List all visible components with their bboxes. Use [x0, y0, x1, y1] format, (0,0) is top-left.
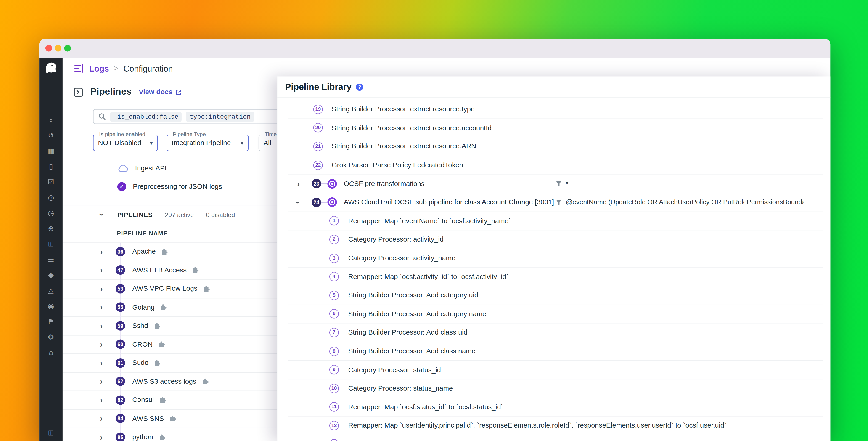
- breadcrumb-product[interactable]: Logs: [89, 63, 109, 73]
- home-icon[interactable]: ⌂: [39, 349, 63, 357]
- chevron-right-icon[interactable]: ›: [98, 322, 104, 330]
- pipeline-name: Apache: [132, 248, 156, 256]
- chevron-right-icon[interactable]: ›: [98, 247, 104, 256]
- pipeline-count-badge: 84: [116, 414, 125, 423]
- active-count: 297 active: [165, 211, 194, 218]
- monitors-icon[interactable]: ☑: [39, 178, 63, 186]
- processor-row[interactable]: 6 String Builder Processor: Add category…: [288, 305, 823, 323]
- pipeline-group-name: AWS CloudTrail OCSF sub pipeline for cla…: [344, 198, 554, 206]
- chevron-right-icon[interactable]: ›: [98, 359, 104, 367]
- filter-pipeline-type[interactable]: Pipeline Type Integration Pipeline ▾: [166, 135, 249, 151]
- chevron-right-icon[interactable]: ›: [98, 414, 104, 422]
- ingest-api-item[interactable]: Ingest API: [117, 160, 167, 176]
- processor-row[interactable]: 12 Remapper: Map `userIdentity.principal…: [288, 416, 823, 435]
- synthetics-icon[interactable]: △: [39, 287, 63, 295]
- library-rows: 19 String Builder Processor: extract res…: [277, 100, 830, 441]
- processor-label: Grok Parser: Parse Policy FederatedToken: [332, 161, 463, 169]
- chevron-down-icon[interactable]: ›: [98, 211, 106, 218]
- search-token[interactable]: type:integration: [186, 112, 254, 122]
- integration-icon: [203, 285, 210, 292]
- pipeline-search-input[interactable]: -is_enabled:false type:integration: [93, 109, 303, 124]
- chevron-right-icon[interactable]: ›: [98, 285, 104, 293]
- rum-icon[interactable]: ◉: [39, 302, 63, 310]
- filter-query: @eventName:(UpdateRole OR AttachUserPoli…: [566, 198, 804, 206]
- sidebar-icon-stack: ⌕ ↺ ▦ ▯ ☑ ◎ ◷ ⊕: [39, 116, 63, 357]
- help-icon[interactable]: ?: [356, 83, 363, 91]
- processor-label: String Builder Processor: Add category u…: [348, 291, 478, 299]
- processor-row[interactable]: 5 String Builder Processor: Add category…: [288, 286, 823, 305]
- processor-row[interactable]: 7 String Builder Processor: Add class ui…: [288, 324, 823, 342]
- processor-row[interactable]: 19 String Builder Processor: extract res…: [288, 100, 823, 119]
- chevron-right-icon[interactable]: ›: [98, 377, 104, 385]
- window-titlebar[interactable]: [39, 39, 830, 58]
- collapse-panel-icon[interactable]: [73, 87, 83, 97]
- processor-row[interactable]: 22 Grok Parser: Parse Policy FederatedTo…: [288, 156, 823, 175]
- chevron-right-icon[interactable]: ›: [295, 180, 302, 188]
- processor-label: Remapper: Map `ocsf.activity_id` to `ocs…: [348, 273, 508, 281]
- logs-nav-icon[interactable]: ☰: [39, 256, 63, 264]
- datadog-logo[interactable]: [43, 61, 58, 76]
- cloud-icon: [117, 165, 128, 172]
- logs-product-icon: [73, 63, 84, 74]
- service-map-icon[interactable]: ⊕: [39, 225, 63, 233]
- integration-icon: [159, 396, 166, 404]
- chevron-right-icon[interactable]: ›: [98, 266, 104, 274]
- integration-icon: [192, 266, 199, 274]
- chevron-down-icon[interactable]: ›: [294, 199, 303, 206]
- pipeline-filter: *: [556, 175, 568, 193]
- apm-icon[interactable]: ◷: [39, 209, 63, 217]
- ocsf-pipeline-icon: [327, 197, 337, 207]
- processor-row[interactable]: 20 String Builder Processor: extract res…: [288, 119, 823, 137]
- processor-label: Category Processor: activity_name: [348, 254, 456, 262]
- security-icon[interactable]: ◆: [39, 271, 63, 279]
- zoom-button[interactable]: [64, 45, 71, 51]
- processor-row[interactable]: 11 Remapper: Map `ocsf.status_id` to `oc…: [288, 398, 823, 416]
- processor-row[interactable]: 2 Category Processor: activity_id: [288, 231, 823, 249]
- app-content: ⌕ ↺ ▦ ▯ ☑ ◎ ◷ ⊕: [39, 58, 830, 441]
- pipeline-name: Golang: [132, 303, 155, 311]
- step-number-badge: 9: [330, 365, 339, 374]
- processor-label: Remapper: Map `ocsf.status_id` to `ocsf.…: [348, 403, 503, 411]
- step-number-badge: 22: [313, 160, 323, 170]
- breadcrumb-page: Configuration: [124, 63, 173, 73]
- processor-row[interactable]: 4 Remapper: Map `ocsf.activity_id` to `o…: [288, 268, 823, 286]
- chevron-right-icon[interactable]: ›: [98, 396, 104, 404]
- processor-row[interactable]: 8 String Builder Processor: Add class na…: [288, 342, 823, 360]
- close-button[interactable]: [45, 45, 52, 51]
- watchdog-icon[interactable]: ◎: [39, 194, 63, 202]
- settings-icon[interactable]: ⚙: [39, 333, 63, 341]
- search-icon[interactable]: ⌕: [39, 116, 63, 124]
- history-icon[interactable]: ↺: [39, 132, 63, 140]
- breadcrumb: Logs > Configuration: [63, 58, 830, 79]
- chevron-right-icon[interactable]: ›: [98, 303, 104, 311]
- view-docs-link[interactable]: View docs: [138, 88, 181, 96]
- dashboards-icon[interactable]: ▦: [39, 147, 63, 155]
- integration-icon: [160, 304, 167, 311]
- screen: ⌕ ↺ ▦ ▯ ☑ ◎ ◷ ⊕: [0, 0, 868, 441]
- pipeline-number-badge: 23: [312, 179, 321, 188]
- processor-row[interactable]: 21 String Builder Processor: extract res…: [288, 137, 823, 156]
- filter-value: Integration Pipeline: [172, 139, 231, 147]
- preprocessing-item[interactable]: ✓ Preprocessing for JSON logs: [117, 179, 222, 195]
- feature-flags-icon[interactable]: ⚑: [39, 318, 63, 326]
- pipeline-group-row[interactable]: › 24 AWS CloudTrail OCSF sub pipelin: [288, 193, 823, 212]
- filter-icon: [556, 199, 562, 205]
- pipeline-group-row[interactable]: › 23 OCSF pre transformations: [288, 175, 823, 193]
- minimize-button[interactable]: [55, 45, 61, 51]
- processor-row[interactable]: 9 Category Processor: status_id: [288, 360, 823, 379]
- breadcrumb-separator: >: [114, 64, 119, 73]
- chevron-right-icon[interactable]: ›: [98, 340, 104, 349]
- integrations-icon[interactable]: ⊞: [39, 240, 63, 248]
- puzzle-icon[interactable]: ⊞: [39, 429, 63, 437]
- filter-is-pipeline-enabled[interactable]: Is pipeline enabled NOT Disabled ▾: [93, 135, 158, 151]
- step-number-badge: 8: [330, 346, 339, 356]
- processor-row[interactable]: 13 Remapper: Map `requestParameters.user…: [288, 435, 823, 441]
- search-token[interactable]: -is_enabled:false: [110, 112, 182, 122]
- step-number-badge: 11: [330, 402, 339, 412]
- processor-row[interactable]: 3 Category Processor: activity_name: [288, 249, 823, 268]
- processor-row[interactable]: 10 Category Processor: status_name: [288, 379, 823, 398]
- chevron-right-icon[interactable]: ›: [98, 433, 104, 441]
- connector-line: [321, 202, 327, 203]
- processor-row[interactable]: 1 Remapper: Map `eventName` to `ocsf.act…: [288, 212, 823, 230]
- notebooks-icon[interactable]: ▯: [39, 163, 63, 171]
